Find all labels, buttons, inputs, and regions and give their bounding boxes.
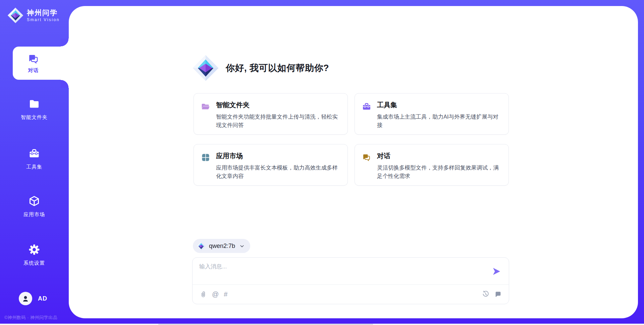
attachment-icon (200, 290, 207, 298)
folder-icon (28, 98, 40, 110)
gear-icon (28, 244, 40, 256)
main-content: 你好, 我可以如何帮助你? 智能文件夹 智能文件夹功能支持批量文件上传与清洗，轻… (69, 6, 638, 318)
sidebar-item-label: 系统设置 (0, 260, 68, 266)
hash-icon: # (224, 291, 227, 298)
scrollbar-thumb[interactable] (158, 324, 373, 325)
history-button[interactable] (482, 290, 489, 298)
sidebar-item-label: 智能文件夹 (0, 114, 68, 121)
comment-button[interactable] (494, 290, 502, 298)
avatar (19, 292, 32, 305)
send-button[interactable] (492, 267, 501, 276)
history-icon (482, 290, 489, 298)
feature-card-chat[interactable]: 对话 灵活切换多模型文件，支持多样回复效果调试，满足个性化需求 (355, 144, 509, 186)
sidebar-item-label: 应用市场 (0, 211, 68, 218)
sidebar: 神州问学 Smart Vision 对话 智能文件夹 工具集 (0, 0, 69, 325)
card-description: 集成市场上主流工具，助力AI与外界无缝扩展与对接 (377, 113, 501, 129)
card-description: 智能文件夹功能支持批量文件上传与清洗，轻松实现文件问答 (216, 113, 340, 129)
sidebar-item-label: 工具集 (0, 164, 68, 170)
sidebar-item-label: 对话 (28, 67, 39, 74)
active-tab-fillet-top (61, 39, 69, 47)
sidebar-item-chat[interactable]: 对话 (13, 47, 69, 80)
brand-name: 神州问学 (27, 9, 60, 16)
feature-cards: 智能文件夹 智能文件夹功能支持批量文件上传与清洗，轻松实现文件问答 工具集 集成… (194, 93, 509, 186)
sidebar-item-settings[interactable]: 系统设置 (0, 244, 68, 266)
chat-icon (28, 53, 40, 65)
composer-toolbar: @ # (193, 284, 509, 304)
feature-card-app-market[interactable]: 应用市场 应用市场提供丰富长文本模板，助力高效生成多样化文章内容 (194, 144, 348, 186)
sidebar-item-toolset[interactable]: 工具集 (0, 147, 68, 170)
brand-diamond-icon (7, 7, 23, 23)
folder-open-icon (201, 102, 210, 111)
user-initials: AD (38, 295, 47, 302)
card-title: 工具集 (377, 101, 501, 110)
comment-icon (494, 290, 502, 298)
chevron-down-icon (239, 243, 245, 249)
app-root: 神州问学 Smart Vision 对话 智能文件夹 工具集 (0, 0, 644, 325)
feature-card-smart-folder[interactable]: 智能文件夹 智能文件夹功能支持批量文件上传与清洗，轻松实现文件问答 (194, 93, 348, 135)
mention-button[interactable]: @ (212, 290, 219, 298)
attach-file-button[interactable] (200, 290, 207, 298)
card-title: 对话 (377, 151, 501, 160)
message-input[interactable] (199, 263, 488, 282)
sidebar-item-smart-folder[interactable]: 智能文件夹 (0, 98, 68, 121)
chat-icon (362, 153, 371, 162)
grid-icon (201, 153, 210, 162)
brand-diamond-icon (197, 242, 206, 251)
card-title: 应用市场 (216, 151, 340, 160)
model-name: qwen2:7b (209, 243, 235, 250)
card-description: 应用市场提供丰富长文本模板，助力高效生成多样化文章内容 (216, 164, 340, 180)
composer: @ # (192, 257, 509, 304)
sidebar-item-app-market[interactable]: 应用市场 (0, 195, 68, 218)
card-description: 灵活切换多模型文件，支持多样回复效果调试，满足个性化需求 (377, 164, 501, 180)
greeting-title: 你好, 我可以如何帮助你? (226, 62, 329, 74)
user-profile[interactable]: AD (19, 292, 47, 305)
send-icon (492, 267, 501, 276)
mention-icon: @ (212, 291, 219, 298)
model-selector[interactable]: qwen2:7b (193, 239, 250, 253)
active-tab-fillet-bottom (61, 80, 69, 88)
copyright-text: ©神州数码 · 神州问学出品 (4, 315, 57, 321)
card-title: 智能文件夹 (216, 101, 340, 110)
person-icon (21, 295, 30, 303)
hash-button[interactable]: # (224, 290, 227, 298)
toolbox-icon (362, 102, 371, 111)
brand-subtitle: Smart Vision (27, 17, 60, 22)
greeting-block: 你好, 我可以如何帮助你? (192, 55, 329, 81)
brand-diamond-icon (192, 55, 219, 81)
cube-icon (28, 195, 40, 207)
toolbox-icon (28, 147, 40, 159)
feature-card-toolset[interactable]: 工具集 集成市场上主流工具，助力AI与外界无缝扩展与对接 (355, 93, 509, 135)
horizontal-scrollbar[interactable] (0, 324, 644, 325)
brand-logo: 神州问学 Smart Vision (7, 7, 60, 23)
